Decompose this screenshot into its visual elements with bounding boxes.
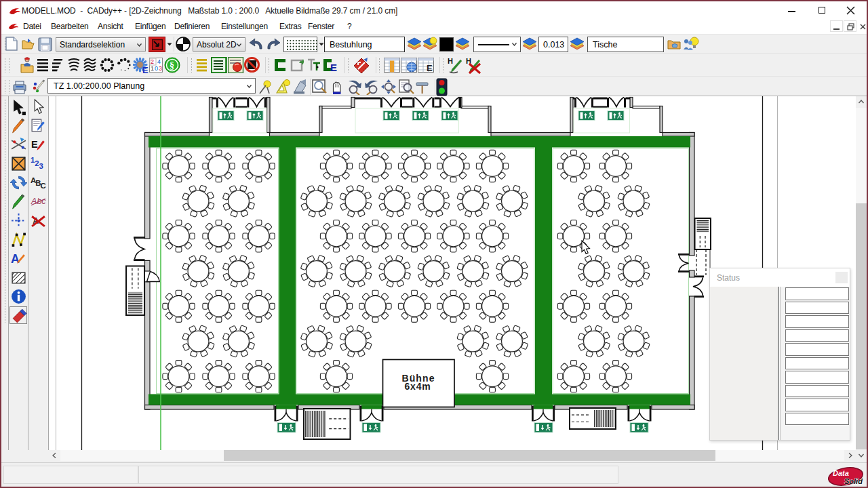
svg-text:Data: Data: [833, 469, 849, 477]
svg-text:4: 4: [157, 58, 161, 65]
svg-text:E: E: [142, 65, 149, 74]
svg-text:E: E: [427, 63, 433, 73]
svg-text:2: 2: [151, 58, 154, 65]
svg-text:3: 3: [39, 162, 43, 170]
svg-text:3: 3: [159, 65, 162, 72]
svg-text:1: 1: [151, 65, 154, 72]
svg-text:C: C: [41, 182, 46, 190]
svg-text:6x4m: 6x4m: [404, 381, 431, 392]
svg-text:0: 0: [155, 65, 158, 72]
svg-text:E: E: [31, 139, 38, 150]
svg-text:Solid: Solid: [844, 477, 863, 485]
svg-text:A: A: [11, 252, 20, 266]
svg-text:H: H: [448, 57, 453, 65]
svg-text:§: §: [170, 60, 174, 70]
svg-text:E: E: [330, 62, 337, 73]
